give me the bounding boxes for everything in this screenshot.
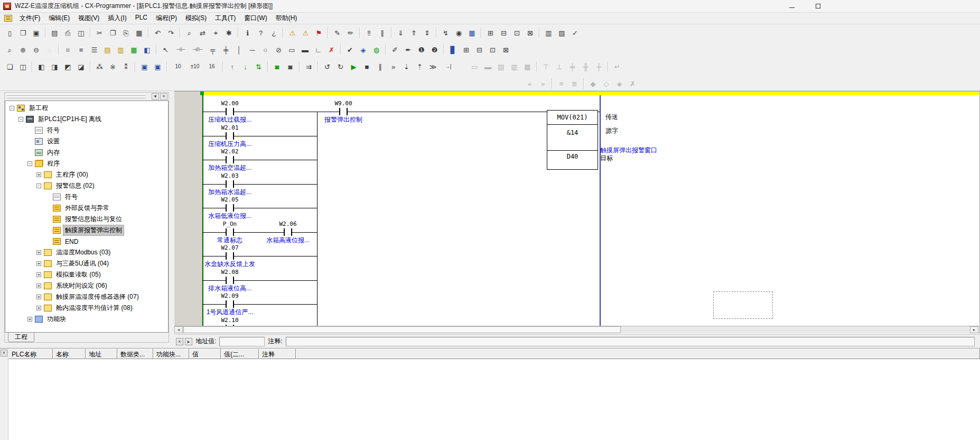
contact-address[interactable]: W2.02 <box>198 148 262 155</box>
contact-comment[interactable]: 水箱高液位报... <box>248 236 328 245</box>
collapse-icon[interactable]: - <box>27 161 32 166</box>
sim-step-button[interactable]: » <box>387 60 400 73</box>
expand-icon[interactable]: + <box>36 272 41 277</box>
online-edit-send-button[interactable]: ◍ <box>370 43 383 56</box>
bend-mode-2-button[interactable]: ◈ <box>613 77 626 90</box>
io-comment-view-button[interactable]: ▦ <box>127 43 141 56</box>
expand-icon[interactable]: + <box>27 317 32 322</box>
tree-item[interactable]: -新PLC1[CP1H-E] 离线 <box>5 114 168 125</box>
watch-content[interactable] <box>8 359 980 440</box>
menu-item[interactable]: 模拟(S) <box>181 13 211 24</box>
ladder-canvas[interactable]: MOV(021) &14 D40 传送 源字 触摸屏弹出报警窗口 目标 W2.0… <box>174 91 979 326</box>
print-button[interactable]: ⎙ <box>61 26 74 39</box>
tree-item[interactable]: +温湿度Modbus (03) <box>5 247 168 258</box>
contact-address[interactable]: W2.09 <box>198 292 262 299</box>
new-or-closed-contact-button[interactable]: ╪ <box>219 43 232 56</box>
align-instructions-button[interactable]: ≣ <box>568 77 581 90</box>
monitor-data-1-button[interactable]: ❶ <box>415 43 428 56</box>
contact-address[interactable]: W2.00 <box>198 100 262 107</box>
edit-comment-button[interactable]: ✎ <box>331 26 344 39</box>
menu-item[interactable]: 帮助(H) <box>272 13 302 24</box>
new-button[interactable]: ▯ <box>3 26 16 39</box>
io-screen-button[interactable]: ▣ <box>138 60 151 73</box>
cross-usage-button[interactable]: ⁑ <box>119 60 133 73</box>
tree-item[interactable]: 报警信息输出与复位 <box>5 214 168 225</box>
bend-mode-1-button[interactable]: ◇ <box>600 77 613 90</box>
sim-step-out-button[interactable]: ⇡ <box>413 60 426 73</box>
corner-tool-button[interactable]: ∟ <box>312 43 325 56</box>
sim-run-to-cursor-button[interactable]: →| <box>440 60 456 73</box>
panel-grip[interactable]: ▾ × <box>5 93 169 100</box>
error-log-button[interactable]: ⚑ <box>312 26 325 39</box>
sim-continuous-step-button[interactable]: ≫ <box>426 60 440 73</box>
addressbar-close-button[interactable]: × <box>176 338 183 345</box>
arrange-windows-button[interactable]: ◫ <box>16 60 30 73</box>
new-closed-contact-button[interactable]: ⊣/⊢ <box>189 43 206 56</box>
watch-close-button[interactable]: × <box>1 350 7 356</box>
watch-window-button[interactable]: ⊡ <box>510 26 524 39</box>
sim-run-button[interactable]: ▶ <box>347 60 360 73</box>
contact-comment[interactable]: 水盒缺水反馈上发 <box>190 260 269 269</box>
sim-stop-button[interactable]: ■ <box>360 60 374 73</box>
save-button[interactable]: ▣ <box>30 26 43 39</box>
expand-icon[interactable]: + <box>36 172 41 177</box>
contact-address[interactable]: W9.00 <box>312 100 375 107</box>
scroll-right-button[interactable]: ► <box>970 326 978 333</box>
force-set-button[interactable]: ↑ <box>226 60 239 73</box>
tree-item[interactable]: 设置 <box>5 136 168 147</box>
instruction-source-operand[interactable]: &14 <box>547 128 598 138</box>
tree-item[interactable]: +与三菱5U通讯 (04) <box>5 258 168 269</box>
compile-program-button[interactable]: ‼ <box>362 26 376 39</box>
output-window-button[interactable]: ⊠ <box>524 26 537 39</box>
online-edit-begin-button[interactable]: ◈ <box>357 43 370 56</box>
force-reset-button[interactable]: ↓ <box>239 60 252 73</box>
scrollbar-thumb[interactable] <box>183 326 621 333</box>
paste-button[interactable]: ⎘ <box>119 26 133 39</box>
delete-tool-button[interactable]: ✗ <box>325 43 338 56</box>
contact-address[interactable]: W2.07 <box>198 244 262 251</box>
io-table-button[interactable]: ▥ <box>542 26 555 39</box>
watch-column-header[interactable]: 地址 <box>86 349 117 359</box>
expand-icon[interactable]: + <box>36 250 41 255</box>
expand-icon[interactable]: + <box>36 261 41 266</box>
tree-item[interactable]: +主程序 (00) <box>5 169 168 180</box>
contact-address[interactable]: W2.08 <box>198 269 262 276</box>
show-project-tree-button[interactable]: ◧ <box>35 60 48 73</box>
panel-close-button[interactable]: × <box>160 93 167 100</box>
copy-button[interactable]: ❐ <box>106 26 119 39</box>
align-bottom-button[interactable]: ⊥ <box>553 60 566 73</box>
watch-grid-2-button[interactable]: ⊟ <box>473 43 486 56</box>
watch-column-header[interactable]: 值 <box>189 349 221 359</box>
show-output-button[interactable]: ◨ <box>48 60 61 73</box>
contact-address[interactable]: W2.01 <box>198 124 262 131</box>
rung-cursor-bar[interactable] <box>204 91 979 95</box>
tree-item[interactable]: +触摸屏温湿度传感器选择 (07) <box>5 291 168 302</box>
address-value-field[interactable] <box>219 337 265 346</box>
replace-button[interactable]: ⇄ <box>196 26 209 39</box>
menu-item[interactable]: 视图(V) <box>74 13 104 24</box>
contact-comment[interactable]: 1号风道通信严... <box>190 308 269 317</box>
menu-item[interactable]: 文件(F) <box>15 13 44 24</box>
zoom-button[interactable]: ⌕ <box>3 43 16 56</box>
tree-item[interactable]: 触摸屏报警弹出控制 <box>5 225 168 236</box>
menu-item[interactable]: 插入(I) <box>104 13 130 24</box>
watch-column-header[interactable]: 名称 <box>53 349 86 359</box>
window-view-button[interactable]: ◧ <box>141 43 154 56</box>
watch-column-header[interactable]: PLC名称 <box>8 349 53 359</box>
new-coil-button[interactable]: ○ <box>259 43 272 56</box>
auto-online-button[interactable]: ◉ <box>452 26 465 39</box>
transfer-from-plc-button[interactable]: ⇑ <box>407 26 421 39</box>
binary-monitor-button[interactable]: ▊ <box>446 43 460 56</box>
display-hex-button[interactable]: 16 <box>203 60 220 73</box>
insert-column-button[interactable]: ▥ <box>508 60 521 73</box>
menu-item[interactable]: PLC <box>131 13 152 24</box>
address-reference-button[interactable]: ⊟ <box>497 26 510 39</box>
distribute-vertical-button[interactable]: ╫ <box>579 60 592 73</box>
expand-icon[interactable]: + <box>36 306 41 310</box>
tree-item[interactable]: +模拟量读取 (05) <box>5 269 168 280</box>
watch-column-header[interactable]: 功能块... <box>153 349 189 359</box>
horizontal-line-button[interactable]: ─ <box>246 43 259 56</box>
scroll-left-button[interactable]: ◄ <box>174 326 183 333</box>
compare-with-plc-button[interactable]: ⇕ <box>421 26 434 39</box>
collapse-icon[interactable]: - <box>10 106 14 111</box>
